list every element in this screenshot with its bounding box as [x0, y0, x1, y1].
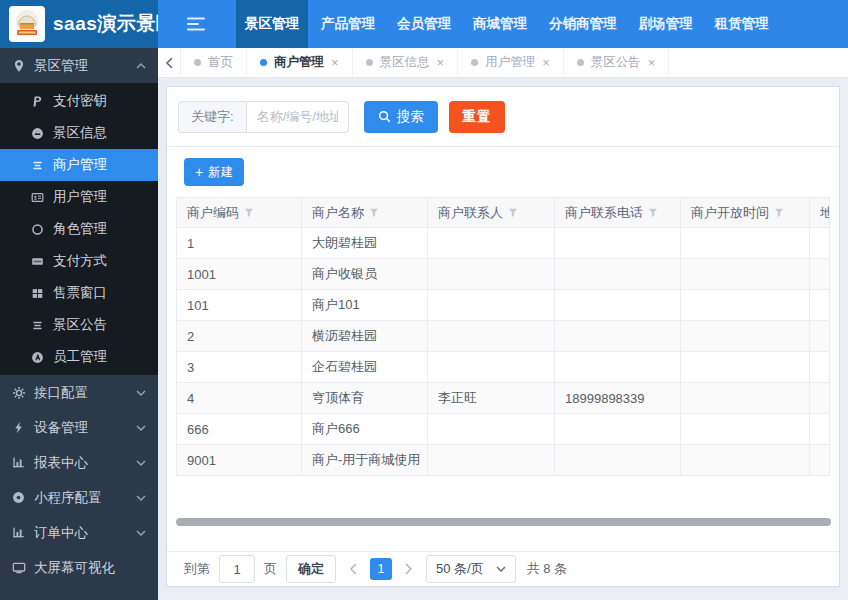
- topnav-item-mall[interactable]: 商城管理: [464, 0, 536, 48]
- table-cell: [555, 321, 681, 352]
- table-cell: [428, 290, 555, 321]
- filter-icon[interactable]: [648, 208, 658, 218]
- table-cell: [555, 259, 681, 290]
- table-row[interactable]: 2横沥碧桂园: [177, 321, 830, 352]
- horizontal-scrollbar[interactable]: [176, 518, 831, 526]
- sidebar-group-label: 小程序配置: [34, 489, 128, 507]
- table-cell: [810, 352, 830, 383]
- topnav-item-theater[interactable]: 剧场管理: [630, 0, 702, 48]
- sidebar-group-api-config[interactable]: 接口配置: [0, 375, 158, 410]
- table-cell: [681, 445, 810, 476]
- sidebar-item-scenic-info[interactable]: 景区信息: [0, 117, 158, 149]
- topnav-item-scenic[interactable]: 景区管理: [236, 0, 308, 48]
- next-page-button[interactable]: [401, 563, 417, 575]
- tab-merchant-mgmt[interactable]: 商户管理 ×: [247, 48, 353, 77]
- sidebar-item-user-mgmt[interactable]: 用户管理: [0, 181, 158, 213]
- sidebar-item-ticket-window[interactable]: 售票窗口: [0, 277, 158, 309]
- sidebar-item-label: 用户管理: [53, 188, 146, 206]
- table-row[interactable]: 101商户101: [177, 290, 830, 321]
- bolt-icon: [11, 420, 26, 435]
- tab-label: 景区公告: [591, 54, 641, 71]
- page-number-button[interactable]: 1: [370, 558, 392, 580]
- close-icon[interactable]: ×: [648, 56, 656, 69]
- table-cell: 666: [177, 414, 302, 445]
- merchant-list-icon: [30, 158, 45, 173]
- sidebar: 景区管理 支付密钥 景区信息: [0, 48, 158, 600]
- table-row[interactable]: 1大朗碧桂园: [177, 228, 830, 259]
- sidebar-group-device-mgmt[interactable]: 设备管理: [0, 410, 158, 445]
- paypal-icon: [30, 94, 45, 109]
- sidebar-item-pay-key[interactable]: 支付密钥: [0, 85, 158, 117]
- topnav-item-product[interactable]: 产品管理: [312, 0, 384, 48]
- topnav-item-rental[interactable]: 租赁管理: [706, 0, 778, 48]
- close-icon[interactable]: ×: [331, 56, 339, 69]
- tab-user-mgmt[interactable]: 用户管理 ×: [458, 48, 564, 77]
- goto-label: 到第: [184, 560, 210, 578]
- table-cell: [810, 414, 830, 445]
- plus-icon: +: [195, 165, 203, 179]
- table-cell: [428, 414, 555, 445]
- sidebar-item-big-screen[interactable]: 大屏幕可视化: [0, 550, 158, 585]
- id-card-icon: [30, 190, 45, 205]
- tab-home[interactable]: 首页: [181, 48, 247, 77]
- location-pin-icon: [11, 58, 26, 73]
- prev-page-button[interactable]: [345, 563, 361, 575]
- page-size-select[interactable]: 50 条/页: [426, 555, 516, 583]
- sidebar-item-scenic-notice[interactable]: 景区公告: [0, 309, 158, 341]
- keyword-input[interactable]: [246, 101, 349, 133]
- pagination-bar: 到第 页 确定 1 50 条/页: [167, 551, 839, 586]
- chevron-up-icon: [136, 63, 146, 69]
- topnav-item-member[interactable]: 会员管理: [388, 0, 460, 48]
- table-row[interactable]: 666商户666: [177, 414, 830, 445]
- sidebar-item-role-mgmt[interactable]: 角色管理: [0, 213, 158, 245]
- filter-icon[interactable]: [774, 208, 784, 218]
- top-bar: saas演示景区 景区管理 产品管理 会员管理 商城管理 分销商管理 剧场管理 …: [0, 0, 848, 48]
- table-row[interactable]: 9001商户-用于商城使用: [177, 445, 830, 476]
- sidebar-group-miniprogram-config[interactable]: 小程序配置: [0, 480, 158, 515]
- table-row[interactable]: 4穹顶体育李正旺18999898339: [177, 383, 830, 414]
- sidebar-group-scenic-mgmt[interactable]: 景区管理: [0, 48, 158, 83]
- table-cell: [428, 352, 555, 383]
- tabs-scroll-left-button[interactable]: [158, 48, 181, 77]
- sidebar-item-staff-mgmt[interactable]: 员工管理: [0, 341, 158, 373]
- sidebar-item-label: 景区公告: [53, 316, 146, 334]
- table-cell: [681, 414, 810, 445]
- table-cell: [810, 445, 830, 476]
- sidebar-item-merchant-mgmt[interactable]: 商户管理: [0, 149, 158, 181]
- close-icon[interactable]: ×: [437, 56, 445, 69]
- search-button-label: 搜索: [397, 108, 424, 126]
- confirm-button[interactable]: 确定: [286, 555, 336, 583]
- reset-button-label: 重置: [462, 108, 491, 126]
- filter-icon[interactable]: [508, 208, 518, 218]
- bar-chart-icon: [11, 455, 26, 470]
- announcement-list-icon: [30, 318, 45, 333]
- sidebar-group-report-center[interactable]: 报表中心: [0, 445, 158, 480]
- tab-scenic-notice[interactable]: 景区公告 ×: [564, 48, 670, 77]
- sidebar-item-label: 景区信息: [53, 124, 146, 142]
- topnav-item-distributor[interactable]: 分销商管理: [540, 0, 626, 48]
- sidebar-toggle-button[interactable]: [158, 0, 234, 48]
- table-cell: [810, 383, 830, 414]
- table-row[interactable]: 3企石碧桂园: [177, 352, 830, 383]
- sidebar-group-label: 景区管理: [34, 57, 128, 75]
- sidebar-item-label: 员工管理: [53, 348, 146, 366]
- filter-icon[interactable]: [369, 208, 379, 218]
- sidebar-item-label: 大屏幕可视化: [34, 559, 146, 577]
- chevron-down-icon: [136, 530, 146, 536]
- search-bar: 关键字: 搜索 重置: [167, 87, 839, 147]
- sidebar-group-order-center[interactable]: 订单中心: [0, 515, 158, 550]
- table-cell: [810, 228, 830, 259]
- create-button[interactable]: + 新建: [184, 158, 244, 186]
- filter-icon[interactable]: [244, 208, 254, 218]
- sidebar-item-pay-method[interactable]: 支付方式: [0, 245, 158, 277]
- search-button[interactable]: 搜索: [364, 101, 438, 133]
- goto-page-input[interactable]: [219, 555, 255, 583]
- close-icon[interactable]: ×: [542, 56, 550, 69]
- reset-button[interactable]: 重置: [449, 101, 505, 133]
- table-cell: [810, 259, 830, 290]
- logo-area: saas演示景区: [0, 0, 158, 48]
- sidebar-item-label: 支付密钥: [53, 92, 146, 110]
- table-row[interactable]: 1001商户收银员: [177, 259, 830, 290]
- tab-scenic-info[interactable]: 景区信息 ×: [353, 48, 459, 77]
- table-cell: 穹顶体育: [302, 383, 428, 414]
